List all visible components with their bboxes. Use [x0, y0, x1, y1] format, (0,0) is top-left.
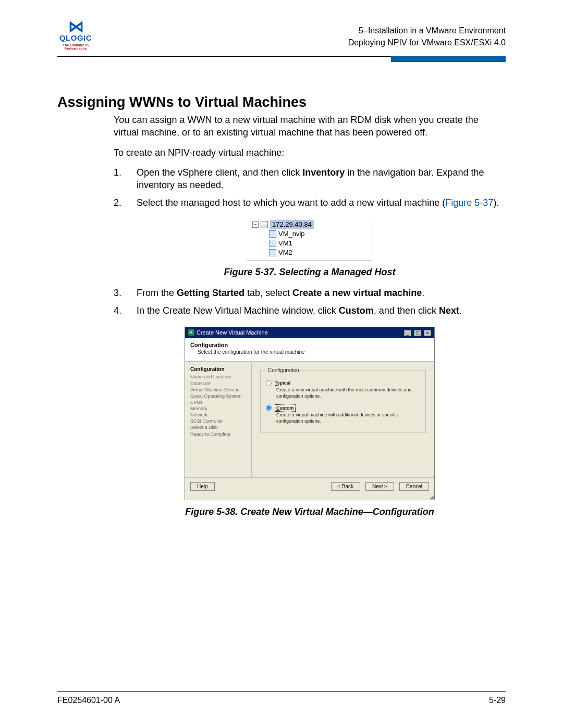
step-2: 2. Select the managed host to which you …	[114, 196, 506, 209]
footer-doc-id: FE0254601-00 A	[57, 696, 120, 705]
back-button[interactable]: ≤ Back	[331, 482, 361, 491]
maximize-icon[interactable]: □	[414, 330, 421, 336]
intro-lead-in: To create an NPIV-ready virtual machine:	[114, 146, 506, 159]
nav-item[interactable]: Virtual Machine Version	[190, 387, 249, 393]
vm-icon	[269, 230, 276, 238]
close-icon[interactable]: ×	[424, 330, 431, 336]
wizard-heading: Configuration	[190, 341, 429, 349]
nav-item[interactable]: Memory	[190, 405, 249, 412]
step-number: 2.	[114, 196, 124, 209]
step-1: 1. Open the vSphere client, and then cli…	[114, 166, 506, 192]
nav-item-configuration[interactable]: Configuration	[190, 366, 249, 373]
next-button[interactable]: Next ≥	[365, 482, 394, 491]
page-title: Assigning WWNs to Virtual Machines	[57, 94, 506, 110]
figure-5-37-tree: − 172.29.40.84 VM_nvip VM1 VM2	[247, 218, 372, 261]
step-3: 3. From the Getting Started tab, select …	[114, 287, 506, 299]
radio-custom-label[interactable]: CCustomustom	[275, 404, 296, 412]
nav-item[interactable]: Guest Operating System	[190, 393, 249, 399]
header-accent-bar	[391, 56, 506, 62]
tree-host-selected[interactable]: 172.29.40.84	[270, 220, 314, 229]
step-4: 4. In the Create New Virtual Machine win…	[114, 304, 506, 317]
logo-glyph-icon: ⋈	[57, 19, 94, 34]
window-title: Create New Virtual Machine	[197, 329, 268, 337]
step-number: 1.	[114, 166, 124, 192]
header-chapter: 5–Installation in a VMware Environment	[348, 24, 506, 36]
host-icon	[261, 221, 268, 228]
nav-item[interactable]: Select a Disk	[190, 424, 249, 430]
tree-vm-item[interactable]: VM1	[278, 239, 292, 248]
nav-item[interactable]: Datastore	[190, 380, 249, 387]
brand-name: QLOGIC	[57, 33, 94, 42]
figure-5-37-caption: Figure 5-37. Selecting a Managed Host	[114, 266, 506, 278]
intro-paragraph: You can assign a WWN to a new virtual ma…	[114, 114, 506, 139]
figure-ref-5-37[interactable]: Figure 5-37	[445, 198, 493, 208]
custom-description: Create a virtual machine with additional…	[266, 412, 420, 427]
vm-icon	[269, 249, 276, 256]
help-button[interactable]: Help	[190, 482, 215, 491]
brand-logo: ⋈ QLOGIC The Ultimate in Performance	[57, 19, 94, 51]
nav-item[interactable]: Network	[190, 412, 249, 418]
ui-term-create-new-vm: Create a new virtual machine	[292, 288, 422, 298]
nav-item[interactable]: Name and Location	[190, 374, 249, 380]
ui-term-custom: Custom	[339, 305, 374, 316]
brand-tagline: The Ultimate in Performance	[57, 43, 94, 51]
radio-typical[interactable]	[266, 380, 272, 386]
nav-item[interactable]: Ready to Complete	[190, 431, 249, 437]
app-icon: ✦	[188, 329, 194, 336]
figure-5-38-caption: Figure 5-38. Create New Virtual Machine—…	[114, 505, 506, 518]
tree-vm-item[interactable]: VM_nvip	[278, 229, 305, 239]
wizard-nav: Configuration Name and Location Datastor…	[185, 362, 252, 477]
ui-term-next: Next	[439, 305, 459, 316]
nav-item[interactable]: CPUs	[190, 399, 249, 405]
radio-typical-label[interactable]: TTypicalypical	[275, 380, 290, 386]
resize-grip-icon[interactable]: ◢	[185, 495, 434, 500]
ui-term-inventory: Inventory	[302, 167, 345, 178]
header-section: Deploying NPIV for VMware ESX/ESXi 4.0	[348, 36, 506, 48]
typical-description: Create a new virtual machine with the mo…	[266, 387, 420, 402]
minimize-icon[interactable]: _	[404, 330, 411, 336]
wizard-subheading: Select the configuration for the virtual…	[190, 349, 429, 356]
groupbox-title: Configuration	[266, 367, 301, 374]
step-number: 3.	[114, 287, 124, 299]
step-number: 4.	[114, 304, 124, 317]
radio-custom[interactable]	[266, 405, 272, 411]
ui-term-getting-started: Getting Started	[177, 288, 244, 298]
footer-page-number: 5-29	[489, 696, 506, 705]
cancel-button[interactable]: Cancel	[399, 482, 429, 491]
tree-collapse-icon[interactable]: −	[252, 221, 259, 228]
footer-rule	[57, 691, 506, 692]
figure-5-38-wizard: ✦ Create New Virtual Machine _ □ × Confi…	[185, 327, 435, 500]
nav-item[interactable]: SCSI Controller	[190, 418, 249, 424]
tree-vm-item[interactable]: VM2	[278, 248, 292, 257]
vm-icon	[269, 240, 276, 247]
